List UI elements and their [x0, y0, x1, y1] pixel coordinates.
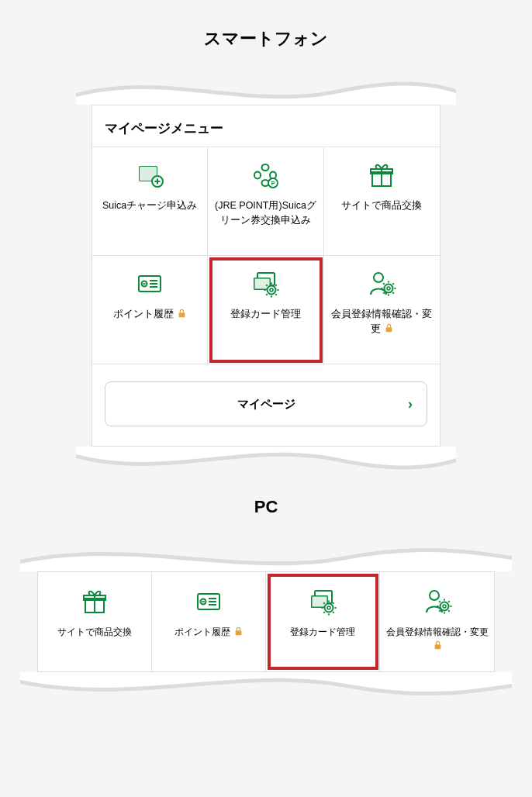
- clover-point-icon: [250, 160, 281, 191]
- menu-label: 会員登録情報確認・変更: [327, 307, 437, 336]
- lock-icon: [178, 309, 186, 318]
- gift-icon: [79, 586, 110, 617]
- menu-item-card-manage[interactable]: 登録カード管理: [266, 572, 380, 671]
- menu-label: 会員登録情報確認・変更: [383, 625, 491, 653]
- menu-item-point-history[interactable]: ポイント履歴: [92, 256, 208, 364]
- wave-top-sp: [76, 66, 456, 105]
- pc-panel: サイトで商品交換 ポイント履歴 登録カード管理 会員登録情報確認・変更: [37, 571, 495, 672]
- lock-icon: [234, 626, 243, 636]
- pc-menu-grid: サイトで商品交換 ポイント履歴 登録カード管理 会員登録情報確認・変更: [38, 572, 494, 671]
- wave-bottom-sp: [76, 447, 456, 485]
- menu-label: 登録カード管理: [230, 307, 301, 322]
- section-title-smartphone: スマートフォン: [0, 27, 532, 50]
- menu-label: サイトで商品交換: [341, 198, 422, 213]
- menu-item-card-manage[interactable]: 登録カード管理: [208, 256, 323, 364]
- card-list-icon: [134, 268, 165, 299]
- card-gear-icon: [307, 586, 338, 617]
- menu-item-point-history[interactable]: ポイント履歴: [152, 572, 266, 671]
- mypage-button[interactable]: マイページ ›: [105, 381, 427, 426]
- menu-item-exchange[interactable]: サイトで商品交換: [324, 147, 440, 256]
- menu-label: 登録カード管理: [290, 625, 355, 639]
- menu-label: サイトで商品交換: [57, 625, 132, 639]
- menu-item-member-info[interactable]: 会員登録情報確認・変更: [380, 572, 494, 671]
- chevron-right-icon: ›: [408, 396, 413, 412]
- user-gear-icon: [422, 586, 453, 617]
- user-gear-icon: [366, 268, 397, 299]
- menu-label: ポイント履歴: [174, 625, 243, 639]
- card-list-icon: [193, 586, 224, 617]
- gift-icon: [366, 160, 397, 191]
- wave-bottom-pc: [20, 672, 512, 711]
- lock-icon: [434, 640, 442, 650]
- section-title-pc: PC: [0, 497, 532, 517]
- menu-item-exchange[interactable]: サイトで商品交換: [38, 572, 152, 671]
- card-plus-icon: [134, 160, 165, 191]
- menu-item-suica-charge[interactable]: Suicaチャージ申込み: [92, 147, 208, 256]
- lock-icon: [385, 323, 393, 333]
- smartphone-panel: マイページメニュー Suicaチャージ申込み (JRE POINT用)Suica…: [92, 105, 440, 447]
- mypage-menu-header: マイページメニュー: [92, 105, 440, 147]
- smartphone-menu-grid: Suicaチャージ申込み (JRE POINT用)Suicaグリーン券交換申込み…: [92, 147, 440, 364]
- card-gear-icon: [250, 268, 281, 299]
- wave-top-pc: [20, 533, 512, 571]
- menu-label: (JRE POINT用)Suicaグリーン券交換申込み: [211, 198, 320, 228]
- menu-label: ポイント履歴: [113, 307, 186, 322]
- menu-label: Suicaチャージ申込み: [102, 198, 197, 213]
- menu-item-green-ticket[interactable]: (JRE POINT用)Suicaグリーン券交換申込み: [208, 147, 323, 256]
- menu-item-member-info[interactable]: 会員登録情報確認・変更: [324, 256, 440, 364]
- mypage-button-label: マイページ: [237, 397, 295, 412]
